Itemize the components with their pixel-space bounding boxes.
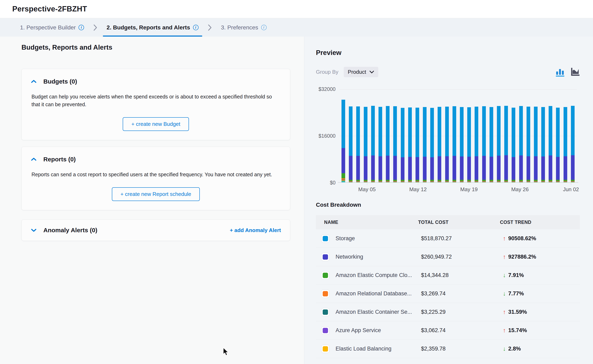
table-row-azure-app-service[interactable]: Azure App Service$3,062.74↑15.74% bbox=[316, 321, 580, 340]
table-row-amazon-elastic-container-se[interactable]: Amazon Elastic Container Se...$3,225.29↑… bbox=[316, 303, 580, 321]
bar-May 30[interactable] bbox=[549, 106, 552, 182]
chevron-down-icon[interactable] bbox=[31, 227, 37, 233]
bar-May 27[interactable] bbox=[526, 107, 530, 182]
service-name: Amazon Elastic Container Se... bbox=[336, 309, 412, 315]
bar-segment bbox=[460, 107, 464, 156]
trend-value: 15.74% bbox=[508, 327, 527, 334]
tab-label: 1. Perspective Builder bbox=[20, 24, 76, 31]
group-by-dropdown[interactable]: Product bbox=[344, 67, 379, 77]
x-axis-tick bbox=[469, 183, 469, 185]
bar-May 06[interactable] bbox=[371, 106, 375, 182]
bar-May 09[interactable] bbox=[393, 106, 397, 182]
anomaly-alerts-title: Anomaly Alerts (0) bbox=[43, 227, 97, 234]
bar-May 02[interactable] bbox=[341, 100, 345, 182]
trend-value: 7.77% bbox=[508, 291, 524, 297]
bar-segment bbox=[438, 107, 441, 156]
column-header-total: TOTAL COST bbox=[418, 220, 500, 225]
x-axis-line bbox=[338, 182, 578, 183]
info-icon[interactable]: i bbox=[261, 25, 267, 30]
bar-May 04[interactable] bbox=[356, 106, 360, 182]
bar-segment bbox=[341, 173, 345, 179]
info-icon[interactable]: i bbox=[193, 25, 199, 30]
table-row-networking[interactable]: Networking$260,949.72↑927886.2% bbox=[316, 248, 580, 266]
bar-segment bbox=[453, 106, 456, 156]
bar-May 23[interactable] bbox=[497, 106, 500, 182]
bar-segment bbox=[364, 156, 367, 180]
bar-segment bbox=[371, 106, 375, 156]
tab-perspective-builder[interactable]: 1. Perspective Builder i bbox=[16, 18, 88, 37]
bar-May 21[interactable] bbox=[482, 106, 486, 182]
bar-segment bbox=[386, 106, 390, 156]
bar-segment bbox=[512, 157, 515, 180]
reports-card-header[interactable]: Reports (0) bbox=[31, 156, 281, 163]
chevron-right-icon bbox=[93, 24, 98, 31]
tab-budgets-reports-alerts[interactable]: 2. Budgets, Reports and Alerts i bbox=[103, 18, 202, 37]
chevron-up-icon[interactable] bbox=[31, 78, 37, 84]
bar-May 15[interactable] bbox=[438, 107, 441, 182]
add-anomaly-alert-link[interactable]: + add Anomaly Alert bbox=[230, 227, 281, 234]
budgets-card-header[interactable]: Budgets (0) bbox=[31, 78, 281, 85]
bar-May 05[interactable] bbox=[364, 107, 367, 182]
bar-segment bbox=[379, 156, 382, 180]
bar-May 13[interactable] bbox=[423, 107, 426, 182]
cell-name: Elastic Load Balancing bbox=[316, 345, 421, 353]
bar-May 18[interactable] bbox=[460, 107, 464, 182]
cell-total-cost: $260,949.72 bbox=[421, 254, 503, 260]
bar-May 08[interactable] bbox=[386, 106, 390, 182]
table-row-storage[interactable]: Storage$518,870.27↑90508.62% bbox=[316, 229, 580, 248]
create-report-schedule-button[interactable]: + create new Report schedule bbox=[112, 187, 200, 201]
bar-segment bbox=[556, 157, 560, 180]
bar-segment bbox=[356, 106, 360, 156]
cell-total-cost: $518,870.27 bbox=[421, 235, 503, 242]
bar-May 24[interactable] bbox=[504, 106, 508, 182]
tab-preferences[interactable]: 3. Preferences i bbox=[217, 18, 270, 37]
bar-May 31[interactable] bbox=[556, 108, 560, 182]
bar-May 25[interactable] bbox=[512, 108, 515, 182]
bar-May 07[interactable] bbox=[379, 107, 382, 182]
bar-May 16[interactable] bbox=[445, 107, 449, 182]
trend-value: 7.91% bbox=[508, 272, 524, 278]
bar-May 11[interactable] bbox=[408, 107, 412, 182]
bar-segment bbox=[467, 107, 471, 157]
bar-segment bbox=[415, 157, 419, 180]
wizard-tabs: 1. Perspective Builder i 2. Budgets, Rep… bbox=[0, 18, 593, 37]
bar-May 22[interactable] bbox=[490, 107, 493, 182]
table-row-amazon-relational-database[interactable]: Amazon Relational Database...$3,269.74↓7… bbox=[316, 285, 580, 303]
bar-May 17[interactable] bbox=[453, 106, 456, 182]
stacked-bars[interactable] bbox=[341, 89, 575, 182]
cell-cost-trend: ↑927886.2% bbox=[503, 254, 580, 260]
table-row-elastic-load-balancing[interactable]: Elastic Load Balancing$2,359.78↓2.8% bbox=[316, 340, 580, 358]
legend-swatch bbox=[321, 290, 329, 298]
bar-May 14[interactable] bbox=[430, 108, 434, 182]
bar-Jun 02[interactable] bbox=[571, 106, 575, 182]
bar-May 03[interactable] bbox=[349, 106, 353, 182]
table-row-amazon-elastic-compute-clo[interactable]: Amazon Elastic Compute Clo...$14,344.28↓… bbox=[316, 266, 580, 285]
cell-total-cost: $3,225.29 bbox=[421, 309, 503, 315]
anomaly-card-header: Anomaly Alerts (0) + add Anomaly Alert bbox=[31, 227, 281, 234]
service-name: Elastic Load Balancing bbox=[336, 346, 391, 352]
budgets-card: Budgets (0) Budget can help you receive … bbox=[21, 69, 290, 140]
bar-May 19[interactable] bbox=[467, 107, 471, 182]
bar-chart-icon[interactable] bbox=[556, 67, 565, 77]
bar-segment bbox=[564, 107, 567, 156]
chart-type-switcher bbox=[556, 67, 580, 77]
cell-name: Storage bbox=[316, 234, 421, 243]
bar-segment bbox=[526, 156, 530, 180]
bar-May 26[interactable] bbox=[519, 106, 523, 182]
series-color-icon bbox=[323, 254, 328, 260]
preview-chart: $32000 $16000 $0 May 05May 12May 19May 2… bbox=[316, 83, 580, 196]
bar-May 10[interactable] bbox=[401, 108, 405, 182]
bar-May 29[interactable] bbox=[541, 107, 545, 182]
bar-segment bbox=[401, 108, 405, 157]
create-budget-button[interactable]: + create new Budget bbox=[123, 117, 189, 131]
bar-May 20[interactable] bbox=[475, 107, 478, 182]
bar-May 28[interactable] bbox=[534, 107, 538, 182]
bar-Jun 01[interactable] bbox=[564, 107, 567, 182]
info-icon[interactable]: i bbox=[79, 25, 84, 30]
cell-total-cost: $14,344.28 bbox=[421, 272, 503, 278]
y-axis-label: $0 bbox=[316, 180, 336, 186]
bar-May 12[interactable] bbox=[415, 108, 419, 182]
area-chart-icon[interactable] bbox=[571, 67, 580, 77]
chevron-up-icon[interactable] bbox=[31, 156, 37, 162]
reports-title: Reports (0) bbox=[43, 156, 76, 163]
